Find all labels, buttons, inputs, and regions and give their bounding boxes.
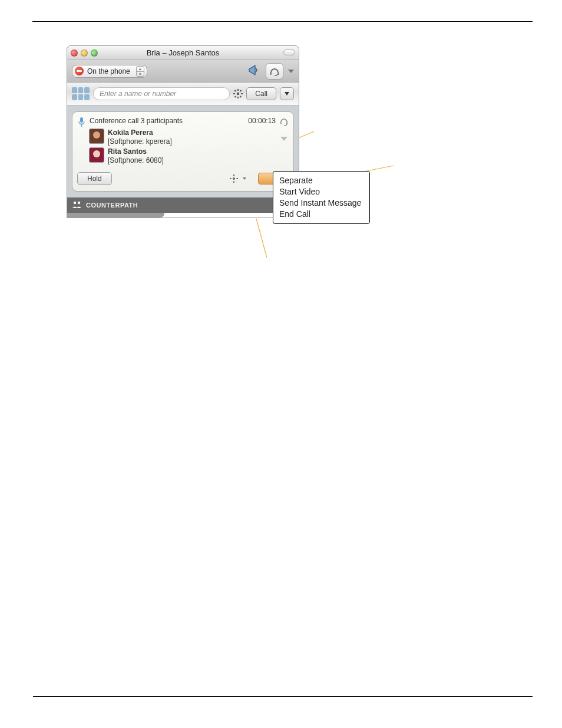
app-window: Bria – Joseph Santos On the phone ▴▾ <box>67 45 299 218</box>
call-timer: 00:00:13 <box>248 117 276 125</box>
svg-point-24 <box>78 201 80 203</box>
participant-name: Rita Santos <box>108 147 164 156</box>
svg-rect-10 <box>234 90 237 92</box>
svg-rect-11 <box>240 90 242 92</box>
busy-icon <box>75 67 84 75</box>
microphone-icon <box>77 117 86 127</box>
svg-line-2 <box>256 219 267 258</box>
dial-row: Enter a name or number Call <box>67 83 299 106</box>
list-item: Rita Santos [Softphone: 6080] <box>89 147 289 165</box>
hold-button[interactable]: Hold <box>77 172 112 185</box>
presence-label: On the phone <box>87 67 130 75</box>
headset-button[interactable] <box>266 63 283 80</box>
call-headset-icon[interactable] <box>279 117 289 127</box>
menu-item-start-video[interactable]: Start Video <box>279 186 361 197</box>
svg-rect-21 <box>230 178 232 179</box>
presence-selector[interactable]: On the phone ▴▾ <box>72 65 147 78</box>
titlebar: Bria – Joseph Santos <box>67 46 299 60</box>
conference-call-card: Conference call 3 participants 00:00:13 … <box>72 111 294 192</box>
window-title: Bria – Joseph Santos <box>67 48 299 57</box>
titlebar-pill-icon[interactable] <box>283 50 295 55</box>
participant-detail: [Softphone: kperera] <box>108 137 172 146</box>
svg-rect-9 <box>241 93 243 94</box>
call-dropdown-icon[interactable] <box>280 87 294 100</box>
svg-rect-13 <box>240 95 242 98</box>
svg-point-5 <box>237 93 239 95</box>
participant-name: Kokila Perera <box>108 129 172 137</box>
svg-rect-6 <box>237 89 239 91</box>
traffic-lights <box>71 50 98 57</box>
menu-item-send-im[interactable]: Send Instant Message <box>279 197 361 209</box>
status-row: On the phone ▴▾ <box>67 60 299 83</box>
megaphone-icon[interactable] <box>247 63 263 79</box>
footer-bottom-accent <box>67 213 164 218</box>
dial-input[interactable]: Enter a name or number <box>93 87 230 100</box>
list-item: Kokila Perera [Softphone: kperera] <box>89 129 289 146</box>
avatar <box>89 147 104 163</box>
dialpad-icon[interactable] <box>72 87 90 100</box>
presence-stepper-icon[interactable]: ▴▾ <box>136 66 144 77</box>
participant-detail: [Softphone: 6080] <box>108 156 164 165</box>
gear-icon[interactable] <box>233 89 243 98</box>
menu-item-separate[interactable]: Separate <box>279 175 361 186</box>
toolbar-dropdown-icon[interactable] <box>288 70 294 73</box>
svg-rect-16 <box>280 121 282 124</box>
toolbar-icons <box>247 63 294 80</box>
close-icon[interactable] <box>71 50 78 57</box>
minimize-icon[interactable] <box>81 50 88 57</box>
avatar <box>89 129 104 144</box>
svg-point-18 <box>233 177 235 180</box>
svg-rect-19 <box>233 174 234 176</box>
svg-rect-22 <box>237 178 239 179</box>
top-rule <box>32 21 533 22</box>
svg-rect-7 <box>237 97 239 98</box>
call-area: Conference call 3 participants 00:00:13 … <box>67 106 299 197</box>
svg-rect-3 <box>270 72 272 75</box>
expand-participants-icon[interactable] <box>280 137 287 141</box>
call-options-dropdown-icon[interactable] <box>243 177 246 180</box>
svg-point-23 <box>74 201 76 203</box>
zoom-icon[interactable] <box>91 50 98 57</box>
participant-context-menu: Separate Start Video Send Instant Messag… <box>273 171 370 224</box>
conference-header: Conference call 3 participants <box>90 117 183 125</box>
brand-icon <box>72 200 82 210</box>
svg-rect-12 <box>234 95 237 98</box>
call-options-icon[interactable] <box>230 174 238 183</box>
brand-text: COUNTERPATH <box>86 202 138 209</box>
svg-rect-20 <box>233 182 234 183</box>
svg-rect-14 <box>80 117 83 123</box>
menu-item-end-call[interactable]: End Call <box>279 209 361 220</box>
svg-rect-8 <box>233 93 235 94</box>
participants-list: Kokila Perera [Softphone: kperera] Rita … <box>89 129 289 165</box>
bottom-rule <box>33 696 533 697</box>
call-button[interactable]: Call <box>246 87 276 100</box>
footer-bar: COUNTERPATH <box>67 197 299 213</box>
